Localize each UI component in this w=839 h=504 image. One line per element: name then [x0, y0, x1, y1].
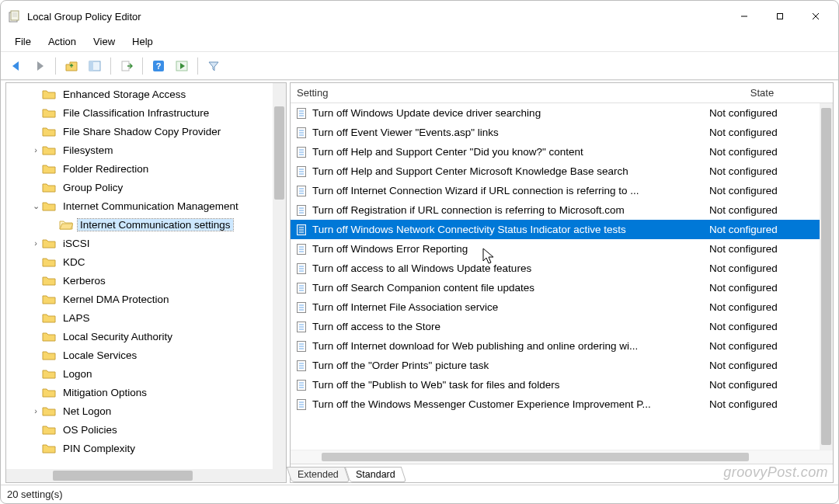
setting-state: Not configured [705, 165, 820, 177]
setting-name: Turn off Event Viewer "Events.asp" links [312, 127, 705, 138]
maximize-button[interactable] [762, 4, 798, 29]
toolbar-separator [142, 57, 143, 75]
setting-name: Turn off Windows Update device driver se… [312, 107, 705, 119]
show-hide-tree-button[interactable] [84, 55, 106, 77]
setting-row[interactable]: Turn off Help and Support Center Microso… [291, 162, 833, 181]
toolbar-separator [197, 57, 198, 75]
tree-node-label: KDC [61, 256, 88, 268]
tree-node[interactable]: KDC [6, 252, 286, 271]
close-button[interactable] [798, 4, 834, 29]
tree-node[interactable]: Folder Redirection [6, 159, 286, 178]
setting-row[interactable]: Turn off Internet download for Web publi… [291, 336, 833, 356]
tree-hscrollbar[interactable] [6, 469, 286, 482]
setting-row[interactable]: Turn off the Windows Messenger Customer … [291, 395, 833, 414]
tree[interactable]: Enhanced Storage AccessFile Classificati… [6, 83, 286, 469]
tree-node-label: PIN Complexity [61, 443, 138, 454]
policy-icon [295, 340, 308, 353]
menu-view[interactable]: View [85, 33, 123, 50]
app-icon [7, 9, 21, 23]
setting-name: Turn off Registration if URL connection … [312, 204, 705, 216]
expand-icon[interactable]: › [30, 145, 42, 155]
setting-row[interactable]: Turn off Windows Network Connectivity St… [291, 220, 833, 239]
setting-row[interactable]: Turn off Internet File Association servi… [291, 297, 833, 317]
tree-node[interactable]: ›Net Logon [6, 401, 286, 420]
toolbar-separator [55, 57, 56, 75]
setting-row[interactable]: Turn off access to all Windows Update fe… [291, 259, 833, 278]
expand-icon[interactable]: › [30, 238, 42, 248]
setting-state: Not configured [705, 204, 820, 216]
setting-row[interactable]: Turn off Search Companion content file u… [291, 278, 833, 297]
policy-icon [295, 204, 308, 217]
setting-row[interactable]: Turn off Windows Update device driver se… [291, 103, 833, 123]
detail-pane: Setting State Turn off Windows Update de… [290, 82, 834, 483]
tree-node[interactable]: ⌄Internet Communication Management [6, 196, 286, 215]
expand-icon[interactable]: ⌄ [30, 201, 42, 211]
tree-node[interactable]: Mitigation Options [6, 383, 286, 401]
properties-button[interactable] [171, 55, 193, 77]
list-body[interactable]: Turn off Windows Update device driver se… [291, 103, 833, 450]
tree-node[interactable]: Enhanced Storage Access [6, 85, 286, 103]
window: Local Group Policy Editor File Action Vi… [0, 0, 839, 504]
menu-help[interactable]: Help [124, 33, 161, 50]
setting-state: Not configured [705, 262, 820, 274]
tab-standard[interactable]: Standard [345, 467, 406, 482]
folder-icon [42, 293, 56, 305]
setting-row[interactable]: Turn off Registration if URL connection … [291, 200, 833, 220]
settings-list: Setting State Turn off Windows Update de… [291, 83, 833, 464]
setting-state: Not configured [705, 224, 820, 235]
tree-node[interactable]: Kernel DMA Protection [6, 290, 286, 308]
list-hscrollbar[interactable] [291, 450, 833, 464]
setting-name: Turn off Help and Support Center Microso… [312, 165, 705, 177]
col-state[interactable]: State [705, 87, 820, 99]
setting-row[interactable]: Turn off Event Viewer "Events.asp" links… [291, 123, 833, 142]
tree-node[interactable]: PIN Complexity [6, 439, 286, 457]
list-vscrollbar[interactable] [820, 103, 833, 450]
titlebar: Local Group Policy Editor [1, 1, 838, 32]
menu-action[interactable]: Action [40, 33, 84, 50]
tree-pane: Enhanced Storage AccessFile Classificati… [5, 82, 287, 483]
setting-row[interactable]: Turn off Windows Error ReportingNot conf… [291, 239, 833, 259]
setting-name: Turn off Internet File Association servi… [312, 301, 705, 313]
policy-icon [295, 301, 308, 314]
export-button[interactable] [116, 55, 138, 77]
tree-node[interactable]: Local Security Authority [6, 327, 286, 346]
tree-node[interactable]: LAPS [6, 308, 286, 327]
tree-node[interactable]: Group Policy [6, 178, 286, 196]
tree-node[interactable]: ›Filesystem [6, 141, 286, 159]
expand-icon[interactable]: › [30, 406, 42, 415]
tree-vscrollbar[interactable] [273, 83, 286, 469]
tree-node-label: File Share Shadow Copy Provider [61, 126, 223, 137]
folder-icon [42, 237, 56, 249]
setting-state: Not configured [705, 185, 820, 196]
tree-node[interactable]: Kerberos [6, 271, 286, 290]
col-setting[interactable]: Setting [295, 87, 705, 99]
tree-node[interactable]: Logon [6, 364, 286, 383]
tree-node[interactable]: File Classification Infrastructure [6, 103, 286, 122]
list-header[interactable]: Setting State [291, 83, 833, 103]
tree-node[interactable]: File Share Shadow Copy Provider [6, 122, 286, 141]
back-button[interactable] [5, 55, 27, 77]
setting-row[interactable]: Turn off Internet Connection Wizard if U… [291, 181, 833, 200]
tree-node[interactable]: OS Policies [6, 420, 286, 439]
setting-row[interactable]: Turn off the "Publish to Web" task for f… [291, 375, 833, 395]
tree-node-label: Internet Communication settings [78, 219, 233, 231]
filter-button[interactable] [203, 55, 225, 77]
setting-row[interactable]: Turn off the "Order Prints" picture task… [291, 356, 833, 375]
up-button[interactable] [61, 55, 82, 77]
forward-button[interactable] [29, 55, 50, 77]
tree-node[interactable]: ›iSCSI [6, 234, 286, 252]
minimize-button[interactable] [726, 4, 762, 29]
policy-icon [295, 243, 308, 255]
menu-file[interactable]: File [7, 33, 39, 50]
help-button[interactable]: ? [148, 55, 169, 77]
setting-row[interactable]: Turn off access to the StoreNot configur… [291, 317, 833, 336]
setting-name: Turn off the Windows Messenger Customer … [312, 398, 705, 410]
tree-node-label: Logon [61, 368, 95, 380]
statusbar: 20 setting(s) [1, 485, 838, 503]
tree-node-label: Mitigation Options [61, 387, 149, 398]
setting-row[interactable]: Turn off Help and Support Center "Did yo… [291, 142, 833, 162]
tree-node[interactable]: Internet Communication settings [6, 215, 286, 234]
policy-icon [295, 398, 308, 411]
tree-node[interactable]: Locale Services [6, 346, 286, 364]
tab-extended[interactable]: Extended [287, 467, 350, 482]
